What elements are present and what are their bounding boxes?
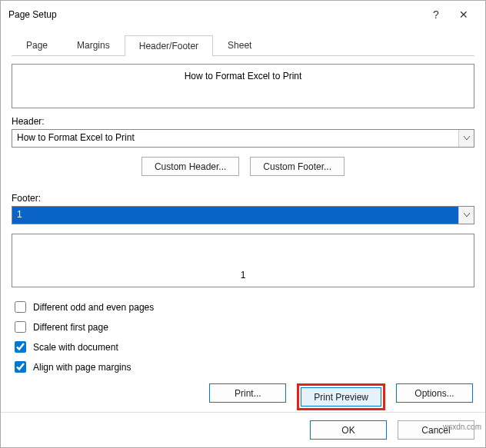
custom-button-row: Custom Header... Custom Footer...	[12, 157, 474, 176]
highlight-print-preview: Print Preview	[297, 383, 385, 410]
watermark: wsxdn.com	[443, 423, 481, 431]
footer-label: Footer:	[12, 193, 474, 204]
header-preview: How to Format Excel to Print	[12, 64, 474, 108]
check-diff-first[interactable]: Different first page	[12, 319, 474, 335]
check-diff-odd-even[interactable]: Different odd and even pages	[12, 299, 474, 315]
tab-margins[interactable]: Margins	[62, 35, 125, 55]
bottom-bar: OK Cancel	[1, 412, 485, 447]
checkbox-group: Different odd and even pages Different f…	[12, 295, 474, 379]
checkbox-diff-odd-even[interactable]	[15, 301, 26, 313]
custom-header-button[interactable]: Custom Header...	[141, 157, 239, 176]
custom-footer-button[interactable]: Custom Footer...	[250, 157, 345, 176]
checkbox-diff-first[interactable]	[15, 321, 26, 333]
chevron-down-icon[interactable]	[458, 207, 474, 224]
tab-page[interactable]: Page	[12, 35, 62, 55]
header-preview-text: How to Format Excel to Print	[185, 71, 302, 81]
dialog-content: Page Margins Header/Footer Sheet How to …	[1, 28, 485, 412]
tab-sheet[interactable]: Sheet	[213, 35, 266, 55]
check-scale-doc[interactable]: Scale with document	[12, 339, 474, 355]
action-row: Print... Print Preview Options...	[12, 383, 474, 410]
check-label: Different odd and even pages	[33, 302, 154, 313]
tab-strip: Page Margins Header/Footer Sheet	[12, 35, 474, 56]
header-combo[interactable]: How to Format Excel to Print	[12, 129, 474, 148]
check-align-margins[interactable]: Align with page margins	[12, 359, 474, 375]
footer-preview: 1	[12, 234, 474, 287]
footer-combo[interactable]: 1	[12, 206, 474, 224]
close-button[interactable]: ✕	[450, 8, 478, 21]
footer-preview-text: 1	[241, 270, 246, 280]
footer-combo-value: 1	[12, 207, 458, 224]
page-setup-dialog: Page Setup ? ✕ Page Margins Header/Foote…	[0, 0, 486, 448]
check-label: Different first page	[33, 322, 108, 333]
help-button[interactable]: ?	[422, 8, 450, 21]
dialog-title: Page Setup	[8, 9, 422, 20]
print-preview-button[interactable]: Print Preview	[301, 387, 381, 407]
chevron-down-icon[interactable]	[458, 130, 474, 147]
tab-header-footer[interactable]: Header/Footer	[125, 35, 213, 56]
titlebar: Page Setup ? ✕	[1, 1, 485, 28]
footer-label-text: Footer:	[12, 193, 41, 204]
print-button[interactable]: Print...	[209, 383, 286, 403]
check-label: Align with page margins	[33, 362, 131, 373]
options-button[interactable]: Options...	[396, 383, 473, 403]
checkbox-align-margins[interactable]	[15, 361, 26, 373]
ok-button[interactable]: OK	[310, 420, 387, 440]
checkbox-scale-doc[interactable]	[15, 341, 26, 353]
header-label: Header:	[12, 116, 474, 127]
check-label: Scale with document	[33, 342, 118, 353]
header-label-text: Header:	[12, 116, 45, 127]
header-combo-value: How to Format Excel to Print	[12, 130, 458, 147]
